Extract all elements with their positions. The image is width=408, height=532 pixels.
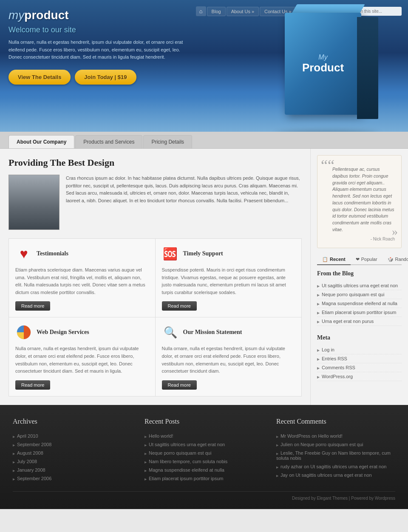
tab-about-company[interactable]: About Our Company [8,135,74,148]
logo[interactable]: myproduct [8,8,69,22]
nav-about[interactable]: About Us » [227,7,259,16]
archives-heading: Archives [13,418,132,425]
mission-readmore[interactable]: Read more [162,380,197,390]
list-item: Comments RSS [317,363,402,372]
list-item: Magna suspendisse eleifend at nulla [317,299,402,308]
blog-link-2[interactable]: Magna suspendisse eleifend at nulla [322,301,397,306]
footer-grid: Archives April 2010 September 2008 Augus… [13,418,395,483]
blog-link-0[interactable]: Ut sagittis ultrices urna eget erat non [322,283,398,288]
blog-links: Ut sagittis ultrices urna eget erat non … [317,281,402,326]
blog-link-1[interactable]: Neque porro quisquam est qui [322,292,384,297]
rcomment-2[interactable]: Leslie, The Freebie Guy on Nam libero te… [276,450,391,461]
popular-icon: ❤ [356,257,360,262]
archive-3[interactable]: July 2008 [17,459,37,464]
meta-link-0[interactable]: Log in [322,347,334,352]
mission-icon: 🔍 [162,324,179,341]
meta-link-2[interactable]: Comments RSS [322,365,355,370]
support-readmore[interactable]: Read more [162,301,197,311]
archives-list: April 2010 September 2008 August 2008 Ju… [13,432,132,483]
tabs-section: About Our Company Products and Services … [0,132,408,149]
hero-heading: Welcome to our site [8,25,191,34]
rpost-4[interactable]: Magna suspendisse eleifend at nulla [149,467,224,473]
archive-4[interactable]: January 2008 [17,467,45,473]
recent-icon: 📋 [322,257,328,262]
quote-author: - Nick Roach [324,237,395,241]
list-item: Mr WordPress on Hello world! [276,432,395,440]
footer-recent-posts: Recent Posts Hello world! Ut sagittis ul… [144,418,264,483]
list-item: Urna eget erat non purus [317,317,402,326]
blog-section: From the Blog Ut sagittis ultrices urna … [317,270,402,326]
list-item: Ut sagittis ultrices urna eget erat non [144,440,264,449]
archive-0[interactable]: April 2010 [17,433,38,439]
meta-heading: Meta [317,334,402,341]
webdesign-heading: Web Design Services [37,329,89,336]
list-item: September 2008 [13,440,132,449]
sidebar-tab-recent[interactable]: 📋 Recent [317,255,351,265]
providing-body: Cras rhoncus ipsum ac dolor. In hac habi… [66,175,302,230]
list-item: WordPress.org [317,372,402,381]
webdesign-body: Nulla ornare, nulla et egestas hendrerit… [15,345,149,375]
product-box: My Product [259,4,395,132]
feature-mission: 🔍 Our Mission Statement Nulla ornare, nu… [156,317,302,396]
list-item: Nam libero tempore, cum soluta nobis [144,457,264,466]
sidebar-tab-popular[interactable]: ❤ Popular [351,255,382,264]
product-box-front: My Product [285,13,361,115]
hero-section: Welcome to our site Nulla ornare, nulla … [8,25,191,85]
list-item: Magna suspendisse eleifend at nulla [144,466,264,474]
rpost-5[interactable]: Etiam placerat ipsum porttitor ipsum [149,476,223,481]
footer-credit: Designed by Elegant Themes | Powered by … [13,491,395,501]
archive-5[interactable]: September 2006 [17,476,51,481]
meta-section: Meta Log in Entries RSS Comments RSS Wor… [317,334,402,381]
list-item: January 2008 [13,466,132,474]
rcomment-0[interactable]: Mr WordPress on Hello world! [280,433,343,439]
box-product: Product [302,61,344,74]
list-item: Etiam placerat ipsum porttitor ipsum [317,308,402,317]
svg-point-1 [26,182,43,201]
meta-link-3[interactable]: WordPress.org [322,374,353,379]
sidebar-tab-random[interactable]: 🎲 Random [382,255,408,264]
testimonials-body: Etiam pharetra scelerisque diam. Maecena… [15,266,149,296]
rpost-1[interactable]: Ut sagittis ultrices urna eget erat non [149,442,225,447]
random-label: Random [395,257,408,262]
footer-recent-comments: Recent Comments Mr WordPress on Hello wo… [276,418,395,483]
blog-link-4[interactable]: Urna eget erat non purus [322,319,374,324]
rpost-3[interactable]: Nam libero tempore, cum soluta nobis [149,459,227,464]
content-area: Providing The Best Design Cras rhoncus i… [0,149,310,405]
recent-posts-list: Hello world! Ut sagittis ultrices urna e… [144,432,264,483]
feature-testimonials: ♥ Testimonials Etiam pharetra scelerisqu… [9,239,155,317]
webdesign-readmore[interactable]: Read more [15,380,50,390]
list-item: Neque porro quisquam est qui [317,290,402,299]
nav-blog[interactable]: Blog [207,7,226,16]
list-item: Etiam placerat ipsum porttitor ipsum [144,474,264,483]
providing-image [8,175,60,230]
list-item: Ut sagittis ultrices urna eget erat non [317,281,402,290]
list-item: Leslie, The Freebie Guy on Nam libero te… [276,449,395,462]
feature-timely-support: 🆘 Timely Support Suspendisse potenti. Ma… [156,239,302,317]
list-item: Entries RSS [317,354,402,363]
tab-pricing[interactable]: Pricing Details [143,135,192,148]
blog-link-3[interactable]: Etiam placerat ipsum porttitor ipsum [322,310,396,315]
rcomment-4[interactable]: Jay on Ut sagittis ultrices urna eget er… [280,473,372,478]
rcomment-1[interactable]: Julien on Neque porro quisquam est qui [280,442,363,447]
mission-heading: Our Mission Statement [183,329,242,336]
rcomment-3[interactable]: rudy azhar on Ut sagittis ultrices urna … [280,464,386,469]
webdesign-icon [15,324,32,341]
svg-rect-2 [20,201,49,230]
rpost-0[interactable]: Hello world! [149,433,173,439]
testimonials-readmore[interactable]: Read more [15,301,50,311]
meta-link-1[interactable]: Entries RSS [322,356,347,361]
sidebar: Pellentesque ac, cursus dapibus tortor. … [310,149,408,405]
tab-products-services[interactable]: Products and Services [75,135,142,148]
quote-text: Pellentesque ac, cursus dapibus tortor. … [324,162,395,233]
providing-heading: Providing The Best Design [8,157,302,168]
testimonials-icon: ♥ [15,245,32,262]
join-today-button[interactable]: Join Today | $19 [75,70,136,85]
footer: Archives April 2010 September 2008 Augus… [0,405,408,509]
main-content: Providing The Best Design Cras rhoncus i… [0,149,408,405]
archive-1[interactable]: September 2008 [17,442,51,447]
main-tabs: About Our Company Products and Services … [8,132,400,148]
view-details-button[interactable]: View The Details [8,70,71,85]
archive-2[interactable]: August 2008 [17,450,43,456]
home-icon[interactable]: ⌂ [196,6,206,16]
rpost-2[interactable]: Neque porro quisquam est qui [149,450,211,456]
